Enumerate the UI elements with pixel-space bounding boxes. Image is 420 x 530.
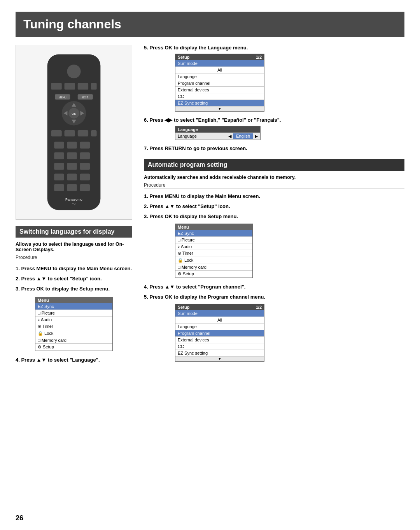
left-step-1: 1. Press MENU to display the Main Menu s…	[16, 265, 132, 272]
auto-menu-picture: □ Picture	[175, 237, 252, 243]
svg-text:Panasonic: Panasonic	[65, 198, 82, 201]
step-3-bold: 3. Press OK to display the Setup menu.	[16, 286, 110, 292]
auto-step-5: 5. Press OK to display the Program chann…	[144, 294, 404, 301]
menu-audio: ♪ Audio	[35, 317, 112, 323]
left-step-4-list: 4. Press ▲▼ to select "Language".	[16, 357, 132, 364]
right-step-7: 7. Press RETURN to go to previous screen…	[144, 145, 404, 151]
setup-language: Language	[175, 73, 264, 80]
svg-rect-35	[80, 184, 90, 191]
lang-row-label: Language	[178, 134, 197, 138]
auto-menu-ez-sync: EZ Sync	[175, 230, 252, 237]
svg-rect-30	[54, 173, 64, 180]
menu-timer: ⊙ Timer	[35, 323, 112, 330]
svg-rect-29	[80, 163, 90, 170]
remote-image: MENU EXIT OK	[16, 45, 132, 220]
auto-step-5-bold: 5. Press OK to display the Program chann…	[144, 294, 265, 300]
page-title-bar: Tuning channels	[16, 12, 404, 37]
menu-ez-sync: EZ Sync	[35, 303, 112, 310]
auto-menu-lock: 🔒 Lock	[175, 257, 252, 264]
svg-point-1	[67, 65, 80, 78]
svg-rect-5	[91, 83, 97, 90]
step-4-bold: 4. Press ▲▼ to select "Language".	[16, 357, 100, 363]
auto-step-4-bold: 4. Press ▲▼ to select "Program channel".	[144, 284, 245, 290]
menu-picture: □ Picture	[35, 310, 112, 317]
svg-text:OK: OK	[72, 112, 76, 115]
menu-memory-card: □ Memory card	[35, 337, 112, 344]
setup-title-label: Setup	[178, 55, 190, 59]
auto-procedure-label: Procedure	[144, 182, 404, 189]
auto-section-header-text: Automatic program setting	[148, 161, 227, 168]
auto-intro-text: Automatically searches and adds receivab…	[144, 175, 404, 180]
right-step-5: 5. Press OK to display the Language menu…	[144, 45, 404, 51]
main-content: MENU EXIT OK	[16, 45, 404, 367]
auto-step-1: 1. Press MENU to display the Main Menu s…	[144, 193, 404, 200]
left-menu-mockup: Menu EZ Sync □ Picture ♪ Audio ⊙ Timer 🔒…	[35, 297, 113, 351]
setup2-language: Language	[175, 324, 264, 330]
left-step-3: 3. Press OK to display the Setup menu.	[16, 285, 132, 292]
setup2-surf-mode: Surf mode	[175, 310, 264, 317]
svg-rect-3	[65, 83, 75, 90]
setup-ez-sync: EZ Sync setting	[175, 100, 264, 107]
page-title: Tuning channels	[23, 17, 397, 31]
right-step-5-bold: 5. Press OK to display the Language menu…	[144, 45, 248, 51]
auto-steps-4-5: 4. Press ▲▼ to select "Program channel".…	[144, 283, 404, 301]
svg-rect-21	[54, 142, 64, 149]
setup2-all: All	[175, 317, 264, 324]
left-intro-text: Allows you to select the language used f…	[16, 241, 132, 252]
setup2-external-devices: External devices	[175, 337, 264, 343]
setup-arrow-down: ▼	[175, 107, 264, 111]
svg-rect-2	[51, 83, 61, 90]
auto-step-2: 2. Press ▲▼ to select "Setup" icon.	[144, 203, 404, 210]
page-container: Tuning channels	[0, 0, 420, 530]
right-arrow: ▶	[255, 134, 258, 139]
svg-rect-17	[51, 130, 61, 136]
auto-step-2-bold: 2. Press ▲▼ to select "Setup" icon.	[144, 203, 230, 209]
auto-step-4: 4. Press ▲▼ to select "Program channel".	[144, 283, 404, 290]
svg-rect-28	[67, 163, 77, 170]
setup-program-channel: Program channel	[175, 80, 264, 87]
setup-all: All	[175, 67, 264, 73]
auto-menu-title: Menu	[175, 224, 252, 230]
setup-external-devices: External devices	[175, 87, 264, 93]
auto-step-3: 3. Press OK to display the Setup menu.	[144, 213, 404, 220]
lang-value: English	[233, 133, 253, 139]
auto-setup-mockup-2: Setup 1/2 Surf mode All Language Program…	[175, 304, 264, 362]
right-setup-mockup-1: Setup 1/2 Surf mode All Language Program…	[175, 54, 264, 112]
auto-menu-memory-card: □ Memory card	[175, 264, 252, 271]
setup2-arrow-down: ▼	[175, 357, 264, 361]
setup2-page-num: 1/2	[256, 305, 262, 310]
page-number: 26	[16, 514, 23, 522]
left-steps-list: 1. Press MENU to display the Main Menu s…	[16, 265, 132, 293]
auto-step-3-bold: 3. Press OK to display the Setup menu.	[144, 213, 238, 219]
left-section-header: Switching languages for display	[16, 226, 132, 238]
auto-menu-audio: ♪ Audio	[175, 243, 252, 250]
lang-row-controls: ◀ English ▶	[228, 133, 258, 139]
left-step-4: 4. Press ▲▼ to select "Language".	[16, 357, 132, 364]
svg-text:EXIT: EXIT	[82, 96, 89, 99]
remote-svg: MENU EXIT OK	[39, 51, 109, 214]
auto-menu-timer: ⊙ Timer	[175, 250, 252, 257]
lang-row: Language ◀ English ▶	[175, 133, 260, 140]
svg-text:MENU: MENU	[59, 96, 66, 99]
setup-surf-mode: Surf mode	[175, 60, 264, 67]
svg-rect-26	[80, 152, 90, 159]
setup2-ez-sync: EZ Sync setting	[175, 350, 264, 357]
right-top-section: 5. Press OK to display the Language menu…	[144, 45, 404, 151]
auto-program-section: Automatic program setting Automatically …	[144, 159, 404, 362]
setup2-title-label: Setup	[178, 305, 190, 310]
left-step-2: 2. Press ▲▼ to select "Setup" icon.	[16, 275, 132, 282]
setup-cc: CC	[175, 93, 264, 100]
lang-mockup: Language Language ◀ English ▶	[175, 126, 261, 140]
lang-title: Language	[175, 126, 260, 133]
setup2-program-channel: Program channel	[175, 330, 264, 337]
menu-setup: ⚙ Setup	[35, 344, 112, 351]
menu-lock: 🔒 Lock	[35, 330, 112, 337]
svg-rect-34	[67, 184, 77, 191]
auto-section-header: Automatic program setting	[144, 159, 404, 171]
right-step-7-bold: 7. Press RETURN to go to previous screen…	[144, 145, 247, 151]
right-step-6: 6. Press ◀▶ to select "English," "Españo…	[144, 117, 404, 123]
menu-title: Menu	[35, 297, 112, 303]
svg-rect-4	[78, 83, 88, 90]
svg-rect-23	[80, 142, 90, 149]
svg-rect-27	[54, 163, 64, 170]
